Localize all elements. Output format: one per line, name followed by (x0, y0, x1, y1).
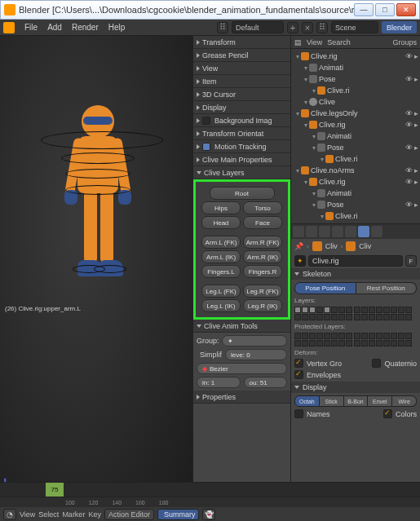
draw-bbone[interactable]: B-Bon (344, 395, 369, 407)
motion-tracking-checkbox[interactable] (202, 143, 210, 151)
layer-arm-l-ik-button[interactable]: Arm.L (IK) (201, 250, 241, 263)
ds-marker[interactable]: Marker (62, 510, 85, 519)
tree-row[interactable]: ▾Pose👁▸ (291, 199, 420, 210)
blender-website-button[interactable]: Blender (382, 21, 417, 33)
layer-arm-l-fk-button[interactable]: Arm.L (FK) (201, 236, 241, 249)
layout-add-button[interactable]: + (287, 22, 298, 33)
screen-layout-field[interactable]: Default (232, 21, 284, 33)
property-tabs[interactable] (291, 224, 420, 239)
menu-add[interactable]: Add (47, 23, 62, 32)
protected-layers[interactable] (294, 333, 417, 347)
tree-row[interactable]: ▾Clive.rig👁▸ (291, 176, 420, 188)
menu-render[interactable]: Render (72, 23, 99, 32)
tab-object-icon[interactable] (332, 226, 343, 237)
armature-datablock-icon[interactable]: ✦ (294, 255, 306, 267)
maximize-button[interactable]: □ (375, 3, 395, 16)
envelopes-checkbox[interactable] (294, 370, 303, 379)
rest-position-button[interactable]: Rest Position (356, 282, 418, 294)
armature-name-field[interactable]: Clive.rig (308, 255, 403, 267)
playhead[interactable]: 75 (46, 483, 64, 497)
simplify-level[interactable]: leve: 0 (225, 349, 287, 360)
tree-row[interactable]: ▾Animati (291, 188, 420, 199)
ds-key[interactable]: Key (88, 510, 101, 519)
tree-row[interactable]: ▾Clive.noArms👁▸ (291, 165, 420, 176)
tree-row[interactable]: ▾Clive.ri (291, 153, 420, 165)
dopesheet-editor-icon[interactable]: ◔ (3, 509, 16, 520)
colors-checkbox[interactable] (383, 409, 392, 418)
tab-scene-icon[interactable] (306, 226, 317, 237)
panel-transform-orient[interactable]: Transform Orientat (193, 127, 290, 140)
panel-3d-cursor[interactable]: 3D Cursor (193, 88, 290, 101)
scene-field[interactable]: Scene (331, 21, 378, 33)
bg-images-checkbox[interactable] (202, 117, 210, 125)
panel-display[interactable]: Display (193, 101, 290, 114)
panel-view[interactable]: View (193, 62, 290, 75)
panel-clive-anim[interactable]: Clive Anim Tools (193, 320, 290, 333)
scene-browse-icon[interactable]: ⠿ (316, 22, 328, 33)
menu-help[interactable]: Help (108, 23, 126, 32)
draw-stick[interactable]: Stick (320, 395, 344, 407)
tree-row[interactable]: ▾Clive.rig👁▸ (291, 51, 420, 62)
tree-row[interactable]: ▾Animati (291, 62, 420, 73)
tab-bone-icon[interactable] (371, 226, 382, 237)
crumb-obj[interactable]: Cliv (325, 242, 338, 250)
outliner-view-menu[interactable]: View (307, 38, 322, 46)
minimize-button[interactable]: — (354, 3, 374, 16)
names-checkbox[interactable] (294, 409, 303, 418)
tree-row[interactable]: ▾Clive.ri (291, 85, 420, 96)
tree-row[interactable]: ▾Pose👁▸ (291, 73, 420, 85)
layer-head-button[interactable]: Head (201, 216, 241, 229)
dopesheet-track[interactable]: 75 (0, 483, 420, 497)
blender-logo-icon[interactable] (3, 22, 15, 33)
tab-render-icon[interactable] (293, 226, 304, 237)
draw-octahedral[interactable]: Octah (294, 395, 320, 407)
display-panel-header[interactable]: Display (291, 382, 420, 393)
range-in[interactable]: in: 1 (197, 377, 241, 388)
outliner-groups-label[interactable]: Groups (392, 38, 417, 46)
tab-constraint-icon[interactable] (345, 226, 356, 237)
crumb-arm[interactable]: Cliv (359, 242, 371, 250)
vertex-groups-checkbox[interactable] (294, 359, 303, 368)
layer-leg-l-ik-button[interactable]: Leg.L (IK) (201, 299, 241, 312)
tree-row[interactable]: ▾Clive.rig👁▸ (291, 119, 420, 130)
skeleton-panel-header[interactable]: Skeleton (291, 268, 420, 280)
layer-root-button[interactable]: Root (210, 187, 275, 200)
layer-leg-r-ik-button[interactable]: Leg.R (IK) (243, 299, 282, 312)
panel-item[interactable]: Item (193, 75, 290, 88)
panel-properties[interactable]: Properties (193, 391, 290, 404)
layout-del-button[interactable]: × (302, 22, 313, 33)
panel-motion-tracking[interactable]: Motion Tracking (193, 140, 290, 153)
close-button[interactable]: ✕ (396, 3, 416, 16)
layout-browse-icon[interactable]: ⠿ (217, 22, 228, 33)
layer-arm-r-fk-button[interactable]: Arm.R (FK) (243, 236, 282, 249)
tree-row[interactable]: ▾Clive.ri (291, 210, 420, 222)
panel-clive-layers[interactable]: Clive Layers (193, 166, 290, 179)
ds-ghost-icon[interactable]: 👻 (202, 509, 215, 520)
layer-hips-button[interactable]: Hips (201, 201, 241, 214)
armature-layers[interactable] (294, 307, 417, 320)
pin-icon[interactable]: 📌 (294, 242, 303, 250)
layer-face-button[interactable]: Face (243, 216, 282, 229)
outliner-editor-icon[interactable]: ▤ (294, 38, 302, 46)
tab-armature-icon[interactable] (358, 226, 369, 237)
layer-torso-button[interactable]: Torso (243, 201, 282, 214)
range-out[interactable]: ou: 51 (244, 377, 288, 388)
tree-row[interactable]: ▾Clive.legsOnly👁▸ (291, 108, 420, 119)
tree-row[interactable]: ▾Pose👁▸ (291, 142, 420, 153)
interp-dropdown[interactable]: ◆Bezier (197, 363, 287, 374)
layer-fingers-r-button[interactable]: Fingers.R (243, 265, 282, 278)
tree-row[interactable]: ▾Animati (291, 130, 420, 142)
panel-clive-main[interactable]: Clive Main Properties (193, 153, 290, 166)
outliner-tree[interactable]: ▾Clive.rig👁▸▾Animati▾Pose👁▸▾Clive.ri▾Cli… (291, 49, 420, 223)
3d-viewport[interactable]: Camera Persp (26) (0, 36, 192, 521)
panel-bg-images[interactable]: Background Imag (193, 114, 290, 127)
tab-world-icon[interactable] (319, 226, 330, 237)
group-field[interactable]: ✦ (222, 335, 287, 347)
quaternion-checkbox[interactable] (372, 359, 381, 368)
draw-wire[interactable]: Wire (392, 395, 417, 407)
ds-mode[interactable]: Action Editor (104, 509, 154, 520)
layer-leg-r-fk-button[interactable]: Leg.R (FK) (243, 285, 282, 298)
outliner-search-menu[interactable]: Search (327, 38, 351, 46)
pose-position-button[interactable]: Pose Position (294, 282, 356, 294)
layer-arm-r-ik-button[interactable]: Arm.R (IK) (243, 250, 282, 263)
